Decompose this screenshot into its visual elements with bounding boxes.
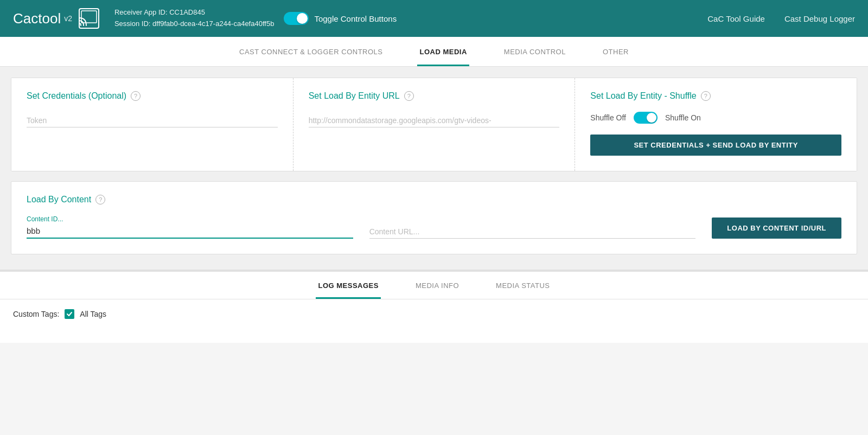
cast-debug-logger-link[interactable]: Cast Debug Logger [784,14,855,23]
tab-cast-connect[interactable]: CAST CONNECT & LOGGER CONTROLS [237,37,385,66]
logo-text: Cactool [13,10,61,27]
tab-media-info[interactable]: MEDIA INFO [413,272,461,299]
credentials-card: Set Credentials (Optional) ? [11,78,293,171]
token-input[interactable] [27,112,278,127]
entity-shuffle-card-title: Set Load By Entity - Shuffle ? [590,91,841,101]
logo-area: Cactool v2 [13,8,99,29]
credentials-card-title: Set Credentials (Optional) ? [27,91,278,101]
checkbox-check-icon [66,311,73,317]
load-by-content-inputs: Content ID... LOAD BY CONTENT ID/URL [27,215,841,239]
credentials-help-icon[interactable]: ? [131,91,141,101]
content-id-label: Content ID... [27,215,353,223]
custom-tags-label: Custom Tags: [13,310,59,318]
session-info: Receiver App ID: CC1AD845 Session ID: df… [114,7,274,30]
svg-rect-1 [81,11,97,23]
toggle-label: Toggle Control Buttons [314,14,397,23]
tab-load-media[interactable]: LOAD MEDIA [417,37,469,66]
shuffle-off-label: Shuffle Off [590,113,626,122]
load-by-content-help-icon[interactable]: ? [95,195,105,204]
receiver-app-line: Receiver App ID: CC1AD845 [114,7,274,18]
control-buttons-toggle[interactable] [284,12,309,25]
custom-tags-row: Custom Tags: All Tags [13,309,855,319]
load-by-content-button[interactable]: LOAD BY CONTENT ID/URL [712,218,841,239]
tab-media-status[interactable]: MEDIA STATUS [494,272,552,299]
shuffle-on-label: Shuffle On [665,113,701,122]
tab-other[interactable]: OTHER [601,37,631,66]
entity-url-input[interactable] [309,112,560,127]
tab-media-control[interactable]: MEDIA CONTROL [502,37,568,66]
entity-url-card-title: Set Load By Entity URL ? [309,91,560,101]
entity-shuffle-help-icon[interactable]: ? [701,91,711,101]
bottom-section: LOG MESSAGES MEDIA INFO MEDIA STATUS Cus… [0,271,868,343]
content-url-group [369,223,712,239]
session-id-line: Session ID: dff9fab0-dcea-4c17-a244-ca4e… [114,18,274,30]
cast-icon [79,8,99,29]
set-credentials-send-load-button[interactable]: SET CREDENTIALS + SEND LOAD BY ENTITY [590,135,841,156]
content-id-input[interactable] [27,224,353,239]
top-cards-row: Set Credentials (Optional) ? Set Load By… [11,78,857,171]
all-tags-label: All Tags [80,310,106,318]
main-navigation: CAST CONNECT & LOGGER CONTROLS LOAD MEDI… [0,37,868,67]
logo-version: v2 [64,14,72,23]
tab-log-messages[interactable]: LOG MESSAGES [316,272,380,299]
shuffle-toggle-thumb [647,113,656,123]
entity-shuffle-card: Set Load By Entity - Shuffle ? Shuffle O… [575,78,857,171]
shuffle-toggle-row: Shuffle Off Shuffle On [590,112,841,124]
content-id-group: Content ID... [27,215,369,239]
content-url-input[interactable] [369,223,696,239]
app-header: Cactool v2 Receiver App ID: CC1AD845 Ses… [0,0,868,37]
bottom-navigation: LOG MESSAGES MEDIA INFO MEDIA STATUS [0,272,868,299]
load-by-content-title: Load By Content ? [27,195,841,204]
bottom-content-area: Custom Tags: All Tags [0,299,868,343]
shuffle-toggle[interactable] [634,112,658,124]
entity-url-help-icon[interactable]: ? [404,91,414,101]
cac-tool-guide-link[interactable]: CaC Tool Guide [707,14,765,23]
header-nav: CaC Tool Guide Cast Debug Logger [707,14,855,23]
load-by-content-section: Load By Content ? Content ID... LOAD BY … [11,181,857,254]
entity-url-card: Set Load By Entity URL ? [293,78,576,171]
main-content: Set Credentials (Optional) ? Set Load By… [0,67,868,270]
toggle-area: Toggle Control Buttons [284,12,397,25]
all-tags-checkbox[interactable] [65,309,74,319]
